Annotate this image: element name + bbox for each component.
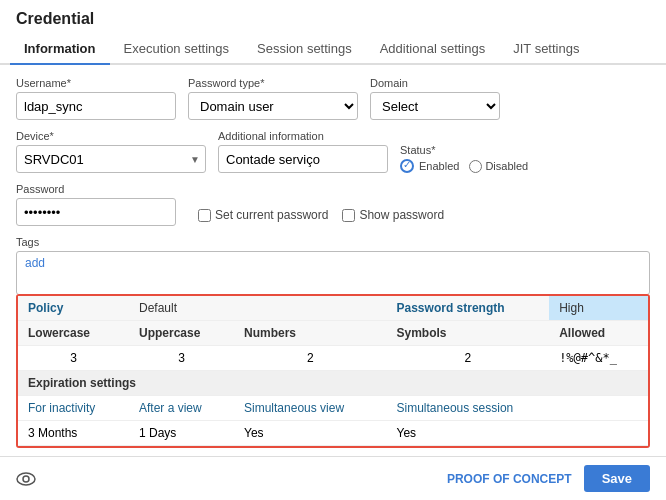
form-row-3: Password Set current password Show passw…	[16, 183, 650, 226]
show-password-label[interactable]: Show password	[342, 208, 444, 222]
svg-point-1	[23, 476, 29, 482]
tab-additional[interactable]: Additional settings	[366, 34, 500, 65]
uppercase-header: Uppercase	[129, 321, 234, 346]
password-type-group: Password type* Domain user	[188, 77, 358, 120]
domain-group: Domain Select	[370, 77, 500, 120]
domain-select[interactable]: Select	[370, 92, 500, 120]
tab-execution[interactable]: Execution settings	[110, 34, 244, 65]
status-enabled-text: Enabled	[419, 160, 459, 172]
policy-col-policy: Policy	[18, 296, 129, 321]
device-input[interactable]	[16, 145, 206, 173]
after-view-header: After a view	[129, 396, 234, 421]
additional-info-input[interactable]	[218, 145, 388, 173]
tags-area: Tags add	[16, 236, 650, 294]
proof-label: PROOF OF CONCEPT	[447, 472, 572, 486]
device-input-wrapper: ▼	[16, 145, 206, 173]
policy-table: Policy Default Password strength High Lo…	[18, 296, 648, 446]
footer-right: PROOF OF CONCEPT Save	[447, 465, 650, 492]
policy-col-policy-value: Default	[129, 296, 234, 321]
status-enabled-label[interactable]: Enabled	[400, 159, 459, 173]
inactivity-value: 3 Months	[18, 421, 129, 446]
numbers-value: 2	[234, 346, 387, 371]
tab-jit[interactable]: JIT settings	[499, 34, 593, 65]
simultaneous-view-value: Yes	[234, 421, 387, 446]
lowercase-value: 3	[18, 346, 129, 371]
status-radios: Enabled Disabled	[400, 159, 528, 173]
policy-col-strength: Password strength	[387, 296, 550, 321]
allowed-header: Allowed	[549, 321, 648, 346]
form-row-2: Device* ▼ Additional information Status*…	[16, 130, 650, 173]
set-current-label[interactable]: Set current password	[198, 208, 328, 222]
simultaneous-view-header: Simultaneous view	[234, 396, 387, 421]
policy-values-row: 3 3 2 2 !%@#^&*_	[18, 346, 648, 371]
password-type-label: Password type*	[188, 77, 358, 89]
tags-add-text: add	[25, 256, 45, 270]
form-area: Username* Password type* Domain user Dom…	[0, 65, 666, 294]
password-policy-section: Policy Default Password strength High Lo…	[16, 294, 650, 448]
set-current-checkbox[interactable]	[198, 209, 211, 222]
expiration-title: Expiration settings	[18, 371, 648, 396]
tabs-bar: Information Execution settings Session s…	[0, 34, 666, 65]
tab-information[interactable]: Information	[10, 34, 110, 65]
show-password-text: Show password	[359, 208, 444, 222]
status-disabled-text: Disabled	[485, 160, 528, 172]
domain-label: Domain	[370, 77, 500, 89]
simultaneous-session-value: Yes	[387, 421, 648, 446]
allowed-value: !%@#^&*_	[549, 346, 648, 371]
inactivity-header: For inactivity	[18, 396, 129, 421]
username-input[interactable]	[16, 92, 176, 120]
password-type-select[interactable]: Domain user	[188, 92, 358, 120]
lowercase-header: Lowercase	[18, 321, 129, 346]
tags-box[interactable]: add	[16, 251, 650, 294]
password-label: Password	[16, 183, 176, 195]
expiration-header-row: Expiration settings	[18, 371, 648, 396]
save-button[interactable]: Save	[584, 465, 650, 492]
username-group: Username*	[16, 77, 176, 120]
device-label: Device*	[16, 130, 206, 142]
svg-point-0	[17, 473, 35, 485]
footer: PROOF OF CONCEPT Save	[0, 456, 666, 500]
device-group: Device* ▼	[16, 130, 206, 173]
password-group: Password	[16, 183, 176, 226]
expiration-col-headers: For inactivity After a view Simultaneous…	[18, 396, 648, 421]
status-label: Status*	[400, 144, 528, 156]
policy-strength-value: High	[549, 296, 648, 321]
additional-info-label: Additional information	[218, 130, 388, 142]
symbols-value: 2	[387, 346, 550, 371]
policy-subheader-row: Lowercase Uppercase Numbers Symbols Allo…	[18, 321, 648, 346]
additional-info-group: Additional information	[218, 130, 388, 173]
username-label: Username*	[16, 77, 176, 89]
uppercase-value: 3	[129, 346, 234, 371]
after-view-value: 1 Days	[129, 421, 234, 446]
password-input[interactable]	[16, 198, 176, 226]
page-title: Credential	[0, 0, 666, 34]
tab-session[interactable]: Session settings	[243, 34, 366, 65]
password-checkboxes: Set current password Show password	[198, 208, 444, 226]
status-disabled-label[interactable]: Disabled	[469, 160, 528, 173]
status-disabled-radio[interactable]	[469, 160, 482, 173]
form-row-1: Username* Password type* Domain user Dom…	[16, 77, 650, 120]
status-group: Status* Enabled Disabled	[400, 144, 528, 173]
tags-label: Tags	[16, 236, 650, 248]
numbers-header: Numbers	[234, 321, 387, 346]
policy-header-row: Policy Default Password strength High	[18, 296, 648, 321]
expiration-values-row: 3 Months 1 Days Yes Yes	[18, 421, 648, 446]
footer-left	[16, 469, 36, 489]
status-enabled-checkmark-icon	[400, 159, 414, 173]
show-password-checkbox[interactable]	[342, 209, 355, 222]
eye-icon[interactable]	[16, 469, 36, 489]
set-current-text: Set current password	[215, 208, 328, 222]
symbols-header: Symbols	[387, 321, 550, 346]
simultaneous-session-header: Simultaneous session	[387, 396, 648, 421]
